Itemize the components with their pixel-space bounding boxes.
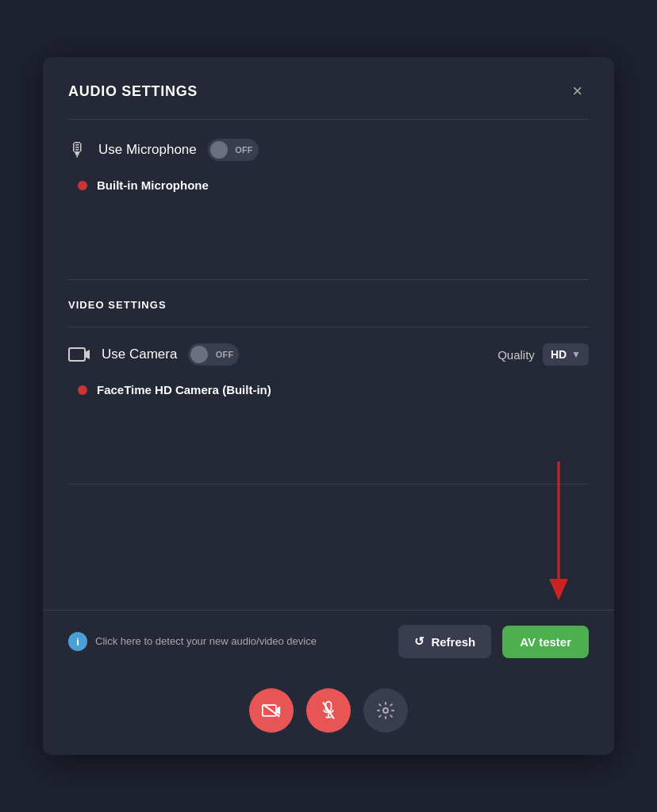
quality-group: Quality HD ▼ [498,343,589,366]
audio-spacer [68,197,589,260]
close-button[interactable]: × [566,79,589,103]
microphone-device-label: Built-in Microphone [97,178,209,192]
gear-icon [376,701,395,720]
refresh-label: Refresh [431,635,475,649]
refresh-icon: ↺ [414,634,425,649]
camera-left: Use Camera OFF [68,343,239,366]
camera-icon [68,346,90,363]
quality-dropdown[interactable]: HD ▼ [543,343,589,366]
camera-off-icon [262,703,281,718]
mic-off-icon [321,701,336,720]
settings-button[interactable] [363,688,408,733]
video-spacer [68,401,589,465]
dialog-title: AUDIO SETTINGS [68,83,198,100]
av-tester-button[interactable]: AV tester [502,626,589,658]
quality-label: Quality [498,348,535,362]
audio-section: 🎙 Use Microphone OFF Built-in Microphone [43,120,614,279]
toggle-knob [210,141,228,159]
microphone-row: 🎙 Use Microphone OFF [68,139,589,161]
quality-value: HD [551,348,567,361]
device-active-dot [78,181,87,190]
camera-toggle-knob [190,346,208,363]
svg-point-11 [383,708,388,713]
av-tester-label: AV tester [520,635,571,649]
camera-row: Use Camera OFF Quality HD ▼ [68,343,589,366]
footer-info-text: Click here to detect your new audio/vide… [95,634,317,649]
microphone-toggle[interactable]: OFF [208,139,259,161]
svg-rect-5 [263,705,276,716]
camera-device-active-dot [78,385,87,395]
toggle-off-label: OFF [235,145,253,155]
camera-toggle[interactable]: OFF [188,343,239,366]
video-section-title: VIDEO SETTINGS [68,299,589,311]
audio-settings-dialog: AUDIO SETTINGS × 🎙 Use Microphone OFF Bu… [43,57,614,755]
video-section: VIDEO SETTINGS Use Camera OFF Quality HD [43,280,614,484]
bottom-toolbar [43,672,614,755]
microphone-device-item: Built-in Microphone [68,174,589,197]
footer-top-divider [68,484,589,485]
camera-device-label: FaceTime HD Camera (Built-in) [97,383,271,396]
camera-toggle-off-label: OFF [216,350,234,359]
svg-rect-0 [69,348,85,361]
chevron-down-icon: ▼ [571,349,581,360]
camera-label: Use Camera [102,347,177,362]
refresh-button[interactable]: ↺ Refresh [398,625,491,658]
camera-device-item: FaceTime HD Camera (Built-in) [68,378,589,401]
footer-info[interactable]: i Click here to detect your new audio/vi… [68,632,387,651]
microphone-icon: 🎙 [68,139,87,161]
microphone-label: Use Microphone [98,142,197,158]
footer: i Click here to detect your new audio/vi… [43,610,614,672]
svg-marker-3 [549,579,568,600]
video-title-divider [68,327,589,327]
camera-off-button[interactable] [249,688,294,733]
info-icon: i [68,632,87,651]
dialog-header: AUDIO SETTINGS × [43,57,614,119]
mic-off-button[interactable] [306,688,351,733]
